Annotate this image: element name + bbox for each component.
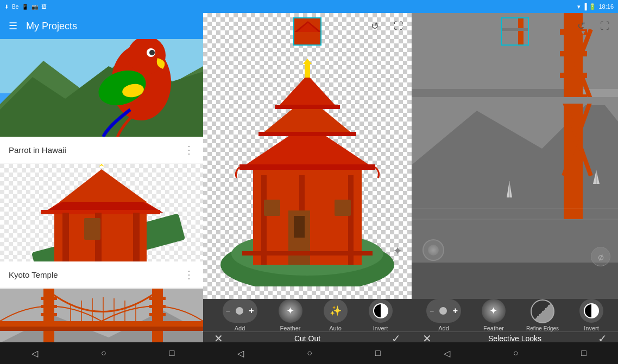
bridge-selective-svg [412, 13, 618, 263]
temple-more-icon[interactable]: ⋮ [184, 268, 194, 281]
status-bar: ⬇ Be 📱 📷 🖼 ▾ ▐ 🔋 18:16 [0, 0, 618, 13]
selective-action-bar: ✕ Selective Looks ✓ [412, 331, 618, 342]
right-size-increase[interactable]: + [453, 306, 458, 316]
signal-icon: ▐ [583, 3, 587, 10]
behance-icon: Be [12, 4, 18, 10]
fullscreen-button[interactable]: ⛶ [390, 17, 407, 35]
svg-marker-64 [303, 59, 312, 64]
mobile-icon: 📱 [22, 4, 28, 10]
right-thumbnail-svg [502, 18, 529, 46]
feather-button[interactable]: ✦ [279, 299, 302, 323]
right-invert-label: Invert [584, 325, 599, 331]
right-add-tool[interactable]: − + Add [426, 299, 461, 331]
invert-icon [373, 303, 388, 318]
recents-button-mid[interactable]: □ [375, 348, 381, 358]
editor-toolbar-top: ↺ ⛶ [366, 17, 407, 35]
menu-icon[interactable]: ☰ [9, 20, 17, 32]
svg-rect-34 [41, 313, 57, 316]
right-feather-tool[interactable]: ✦ Feather [482, 299, 506, 331]
auto-button[interactable]: ✨ [324, 299, 348, 323]
selective-cancel-button[interactable]: ✕ [422, 332, 432, 342]
selective-title: Selective Looks [488, 334, 541, 342]
add-size-control[interactable]: − + [223, 299, 257, 323]
right-refine-tool[interactable]: Refine Edges [526, 299, 559, 331]
svg-rect-45 [0, 327, 203, 331]
wand-icon: ⌀ [596, 250, 606, 263]
cutout-confirm-button[interactable]: ✓ [392, 332, 401, 342]
right-feather-button[interactable]: ✦ [482, 299, 506, 323]
right-invert-tool[interactable]: Invert [579, 299, 603, 331]
svg-rect-89 [596, 170, 597, 184]
project-item-bridge[interactable]: + [0, 289, 203, 342]
temple-cutout-svg [215, 59, 400, 286]
up-down-arrows: ▲ ▼ [580, 22, 587, 36]
right-brush-indicator [439, 307, 447, 315]
undo-button[interactable]: ↺ [366, 17, 383, 35]
svg-rect-66 [294, 216, 305, 238]
svg-rect-24 [84, 218, 100, 240]
size-decrease[interactable]: − [226, 306, 230, 315]
invert-button[interactable] [369, 299, 393, 323]
home-button-mid[interactable]: ○ [307, 348, 312, 358]
svg-rect-85 [412, 97, 618, 104]
left-header: ☰ My Projects [0, 13, 203, 39]
invert-label: Invert [373, 325, 388, 331]
cutout-canvas[interactable]: ↺ ⛶ [203, 13, 412, 299]
add-label: Add [235, 325, 245, 331]
selective-confirm-button[interactable]: ✓ [598, 332, 607, 342]
home-button-right[interactable]: ○ [513, 348, 519, 358]
svg-rect-23 [133, 213, 140, 261]
bridge-thumbnail [0, 289, 203, 342]
right-add-size-control[interactable]: − + [426, 299, 461, 323]
down-arrow-icon: ▼ [580, 29, 587, 36]
recents-button-left[interactable]: □ [169, 348, 175, 358]
parrot-more-icon[interactable]: ⋮ [184, 143, 194, 156]
parrot-image [0, 39, 203, 137]
camera-icon: 📷 [31, 4, 38, 10]
back-button-left[interactable]: ◁ [31, 348, 38, 359]
bridge-image [0, 289, 203, 342]
status-bar-right: ▾ ▐ 🔋 18:16 [577, 3, 614, 10]
home-button-left[interactable]: ○ [101, 348, 106, 358]
cutout-thumbnail-preview [293, 17, 321, 46]
invert-tool[interactable]: Invert [369, 299, 393, 331]
feather-sparkle-icon: ✦ [286, 305, 294, 317]
svg-rect-60 [258, 132, 356, 136]
svg-rect-93 [518, 18, 524, 46]
back-button-mid[interactable]: ◁ [237, 348, 244, 359]
selective-bottom-toolbar: − + Add ✦ Feather Refine [412, 299, 618, 342]
project-item-temple[interactable]: Kyoto Temple ⋮ [0, 164, 203, 288]
right-thumbnail-preview [501, 17, 529, 46]
auto-tool[interactable]: ✨ Auto [324, 299, 348, 331]
right-fullscreen-button[interactable]: ⛶ [596, 17, 614, 35]
projects-list[interactable]: Parrot in Hawaii ⋮ [0, 39, 203, 342]
right-refine-button[interactable] [531, 299, 554, 323]
svg-rect-87 [509, 181, 510, 197]
right-nav-section: ◁ ○ □ [412, 348, 618, 359]
temple-image [0, 164, 203, 261]
back-button-right[interactable]: ◁ [444, 348, 450, 359]
svg-marker-61 [278, 75, 337, 107]
right-wand-cursor: ⌀ [591, 247, 610, 266]
svg-rect-69 [242, 251, 373, 256]
selective-canvas[interactable]: ▲ ▼ ↺ ⛶ ⌀ [412, 13, 618, 299]
parrot-name: Parrot in Hawaii [9, 145, 66, 155]
right-size-decrease[interactable]: − [430, 306, 434, 315]
auto-label: Auto [329, 325, 342, 331]
feather-tool[interactable]: ✦ Feather [279, 299, 302, 331]
cutout-action-bar: ✕ Cut Out ✓ [203, 331, 412, 342]
size-increase[interactable]: + [249, 306, 254, 316]
right-feather-label: Feather [483, 325, 504, 331]
main-content: ☰ My Projects [0, 13, 618, 342]
recents-button-right[interactable]: □ [581, 348, 587, 358]
svg-rect-21 [62, 213, 69, 261]
add-tool[interactable]: − + Add [223, 299, 257, 331]
brush-inner [428, 245, 439, 256]
project-item-parrot[interactable]: Parrot in Hawaii ⋮ [0, 39, 203, 163]
wifi-icon: ▾ [577, 3, 581, 10]
time-display: 18:16 [598, 3, 614, 10]
cutout-cancel-button[interactable]: ✕ [214, 332, 223, 342]
right-add-label: Add [438, 325, 449, 331]
battery-icon: 🔋 [589, 3, 596, 10]
right-invert-button[interactable] [579, 299, 603, 323]
